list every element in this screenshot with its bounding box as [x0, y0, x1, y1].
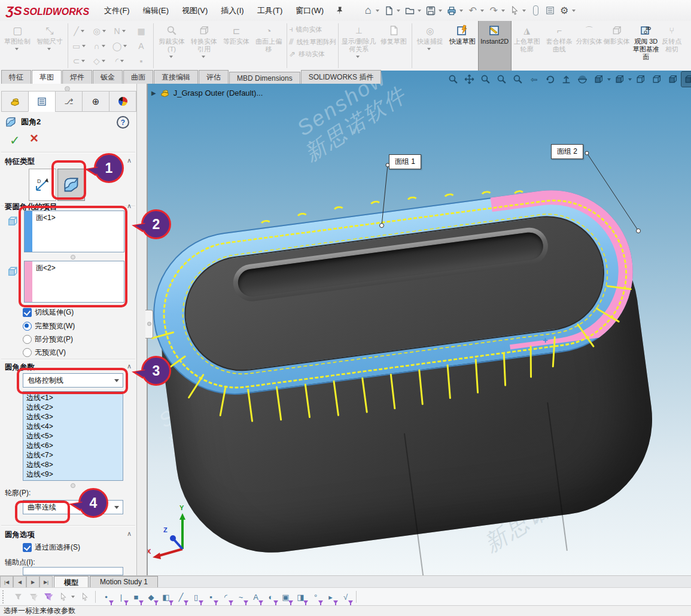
tangent-propagation-checkbox[interactable]	[23, 308, 32, 317]
tab-nav-last[interactable]: ▶|	[39, 576, 53, 588]
line-icon[interactable]: ╱	[70, 23, 90, 38]
tab-weldments[interactable]: 焊件	[62, 70, 92, 84]
face-fillet-button[interactable]	[57, 169, 85, 201]
offset-entities-button[interactable]: ⊏ 等距实体	[220, 21, 252, 45]
mirror-entities-button[interactable]: ⫞镜向实体	[289, 25, 336, 34]
pin-menu-icon[interactable]	[335, 6, 344, 15]
helper-point-input[interactable]	[23, 567, 123, 575]
move-entities-button[interactable]: ⇗移动实体	[289, 50, 336, 59]
view-orientation-icon[interactable]	[591, 72, 606, 87]
section-fillet-parameters[interactable]: 圆角参数∧	[5, 362, 132, 373]
filter-dimensions-icon[interactable]: A	[248, 590, 263, 605]
collapse-chevron-icon[interactable]: ∧	[127, 530, 132, 540]
quick-snaps-button[interactable]: ◎ 快速捕捉	[414, 21, 446, 52]
tab-surfaces[interactable]: 曲面	[123, 70, 153, 84]
filter-planes-icon[interactable]: ▯	[188, 590, 203, 605]
sketch-button[interactable]: ▢ 草图绘制	[1, 21, 34, 52]
reverse-endpoint-button[interactable]: ⑂ 反转点相切	[662, 21, 682, 53]
filter-midpoints-icon[interactable]: ~	[233, 590, 248, 605]
tab-solidworks-addins[interactable]: SOLIDWORKS 插件	[301, 70, 382, 84]
menu-insert[interactable]: 插入(I)	[214, 5, 250, 16]
pan-icon[interactable]	[462, 72, 477, 87]
face-group-1-label[interactable]: 面组 1	[389, 154, 421, 169]
filter-routing-points-icon[interactable]: ▸	[323, 590, 338, 605]
panel-collapse-handle[interactable]	[145, 310, 153, 339]
collapse-chevron-icon[interactable]: ∧	[127, 157, 132, 167]
undo-icon[interactable]: ↶	[465, 4, 480, 18]
repair-sketch-button[interactable]: 修复草图	[378, 21, 410, 45]
selection-splitter-dot[interactable]	[71, 483, 75, 488]
cursor-caret-icon[interactable]	[71, 596, 75, 600]
filter-datums-icon[interactable]: °	[308, 590, 323, 605]
graphics-viewport[interactable]: Senshow新思诺软件 Senshow新思诺软件 Senshow新思诺软件 S…	[147, 71, 691, 575]
edge-list-box[interactable]: 边线<1> 边线<2> 边线<3> 边线<4> 边线<5> 边线<6> 边线<7…	[23, 391, 123, 481]
edge-list-item[interactable]: 边线<2>	[23, 402, 123, 412]
shaded-with-edges-icon[interactable]	[681, 72, 691, 87]
clear-filters-icon[interactable]	[26, 590, 41, 605]
edge-list-item[interactable]: 边线<8>	[23, 460, 123, 469]
previous-view-icon[interactable]: ⇦	[526, 72, 541, 87]
display-style-icon[interactable]	[612, 72, 627, 87]
fit-spline-button[interactable]: ⌐ 套合样条曲线	[543, 21, 576, 53]
instant2d-button[interactable]: Instant2D	[479, 21, 511, 71]
display-manager-tab[interactable]	[109, 91, 136, 112]
save-icon[interactable]	[424, 4, 438, 18]
menu-tools[interactable]: 工具(T)	[251, 5, 290, 16]
surface-offset-button[interactable]: ◔ 曲面上偏移	[252, 21, 285, 53]
rectangle-icon[interactable]: ▭	[70, 38, 90, 53]
deselect-cursor-icon[interactable]	[77, 590, 92, 605]
filter-vertices-icon[interactable]: •	[99, 590, 114, 605]
convert-entities-button[interactable]: 转换实体引用	[188, 21, 220, 60]
display-relations-button[interactable]: ⊥ 显示/删除几何关系	[340, 21, 378, 60]
zoom-area-icon[interactable]	[494, 72, 509, 87]
select-cursor-icon[interactable]	[56, 590, 71, 605]
print-icon[interactable]	[445, 4, 459, 18]
open-document-icon[interactable]	[403, 4, 417, 18]
partial-preview-radio[interactable]	[23, 335, 32, 344]
help-button[interactable]: ?	[117, 116, 129, 129]
point-icon[interactable]: ▪	[131, 53, 151, 68]
shaded-icon[interactable]	[665, 72, 680, 87]
section-fillet-options[interactable]: 圆角选项∧	[5, 530, 132, 540]
edge-list-item[interactable]: 边线<4>	[23, 422, 123, 431]
select-through-faces-checkbox[interactable]	[23, 543, 32, 552]
smart-dimension-button[interactable]: ⤡ 智能尺寸	[34, 21, 66, 52]
circle-icon[interactable]: ◎	[90, 23, 111, 38]
property-manager-tab[interactable]	[28, 91, 56, 112]
tab-nav-next[interactable]: ▶	[26, 576, 39, 588]
silhouette-entities-button[interactable]: 侧影实体	[603, 21, 631, 45]
trim-entities-button[interactable]: 剪裁实体(T)	[156, 21, 188, 60]
new-document-icon[interactable]	[382, 4, 396, 18]
normal-to-icon[interactable]	[559, 72, 574, 87]
filter-faces-icon[interactable]: ■	[129, 590, 144, 605]
rapid-sketch-button[interactable]: 快速草图	[446, 21, 479, 45]
filter-surface-finish-icon[interactable]: √	[338, 590, 353, 605]
tab-motion-study-1[interactable]: Motion Study 1	[90, 576, 158, 588]
face-group-2-label[interactable]: 面组 2	[551, 144, 583, 159]
collapse-chevron-icon[interactable]: ∧	[127, 202, 132, 212]
menu-window[interactable]: 窗口(W)	[289, 5, 330, 16]
tab-sketch[interactable]: 草图	[32, 70, 62, 84]
text-icon[interactable]: A	[131, 38, 151, 53]
touch-mode-icon[interactable]	[528, 4, 543, 18]
edge-list-item[interactable]: 边线<9>	[23, 469, 123, 479]
hold-line-dropdown[interactable]: 包络控制线	[23, 373, 123, 388]
full-preview-radio[interactable]	[23, 322, 32, 331]
face-2-item[interactable]: 面<2>	[36, 263, 56, 273]
tab-sheet-metal[interactable]: 钣金	[93, 70, 123, 84]
ellipse-icon[interactable]: ◯	[111, 38, 131, 53]
face-selection-box-1[interactable]: 面<1>	[24, 211, 124, 252]
filter-solid-bodies-icon[interactable]: ◧	[159, 590, 173, 605]
zoom-in-out-icon[interactable]	[478, 72, 493, 87]
task-list-icon[interactable]	[543, 4, 557, 18]
slot-icon[interactable]: ⊂	[70, 53, 90, 68]
pattern-box-icon[interactable]: ▦	[131, 23, 151, 38]
select-cursor-icon[interactable]	[507, 4, 522, 18]
cancel-button[interactable]: ×	[30, 132, 38, 145]
filter-axes-icon[interactable]: ╱	[173, 590, 188, 605]
split-entities-button[interactable]: ⌒ 分割实体	[576, 21, 603, 45]
fixed-size-fillet-button[interactable]: D	[29, 169, 56, 201]
feature-manager-tab[interactable]	[1, 91, 29, 112]
filter-edges-icon[interactable]: |	[114, 590, 129, 605]
edge-list-item[interactable]: 边线<7>	[23, 450, 123, 460]
